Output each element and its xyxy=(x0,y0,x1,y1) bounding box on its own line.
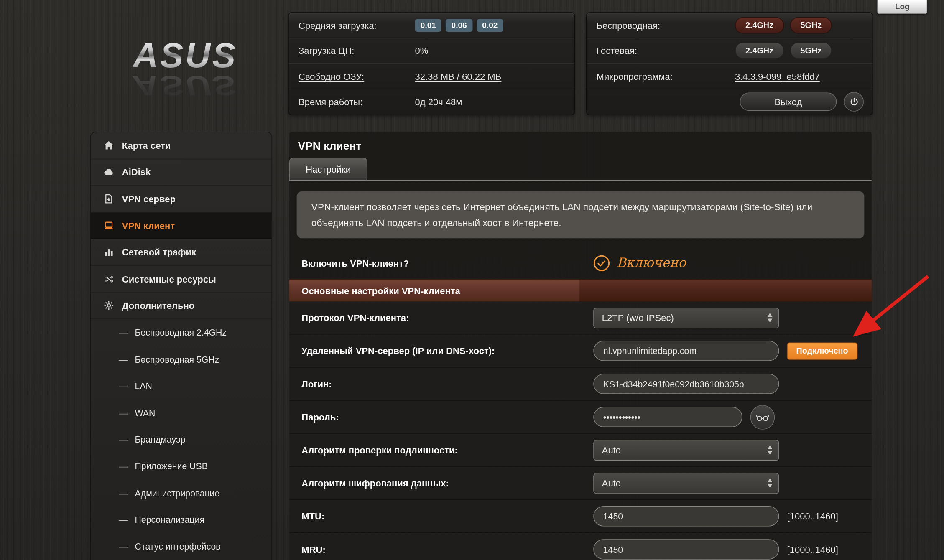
mtu-label: MTU: xyxy=(289,511,593,522)
cipher-algorithm-select[interactable]: Auto xyxy=(593,473,779,494)
asus-logo-text: ASUS xyxy=(118,38,253,73)
cpu-load-value[interactable]: 0% xyxy=(415,46,429,56)
cipher-algorithm-row: Алгоритм шифрования данных: Auto xyxy=(289,467,872,500)
sidebar-subitem-label: WAN xyxy=(135,408,156,417)
radio-panel: Беспроводная: 2.4GHz 5GHz Гостевая: 2.4G… xyxy=(586,12,873,115)
glasses-icon xyxy=(756,413,769,422)
load-badge-1min: 0.01 xyxy=(415,19,442,32)
sidebar-item-aidisk[interactable]: AiDisk xyxy=(91,159,272,186)
router-admin-page: Log ASUS ASUS Средняя загрузка: 0.01 0.0… xyxy=(0,0,944,560)
sidebar-subitem-lan[interactable]: LAN xyxy=(91,373,272,400)
wireless-band-5ghz-button[interactable]: 5GHz xyxy=(790,17,832,34)
log-button[interactable]: Log xyxy=(877,0,927,14)
sidebar-subitem-wireless-24[interactable]: Беспроводная 2.4GHz xyxy=(91,319,272,346)
wireless-bands: 2.4GHz 5GHz xyxy=(735,17,832,34)
sidebar-item-system-resources[interactable]: Системные ресурсы xyxy=(91,266,272,293)
auth-algorithm-select[interactable]: Auto xyxy=(593,440,779,461)
protocol-label: Протокол VPN-клиента: xyxy=(289,313,593,323)
sidebar-item-vpn-client[interactable]: VPN клиент xyxy=(91,212,272,239)
enable-vpn-label: Включить VPN-клиент? xyxy=(289,258,593,268)
traffic-icon xyxy=(103,247,114,257)
vpn-client-panel: VPN клиент Настройки VPN-клиент позволяе… xyxy=(289,132,872,560)
reboot-button[interactable] xyxy=(844,92,864,112)
sidebar-subitem-label: Беспроводная 2.4GHz xyxy=(135,328,227,337)
mru-row: MRU: [1000..1460] xyxy=(289,533,872,560)
sidebar-item-label: VPN клиент xyxy=(122,220,175,231)
vpn-client-icon xyxy=(103,220,114,231)
sidebar-subitem-usb-app[interactable]: Приложение USB xyxy=(91,453,272,480)
cipher-algorithm-select-value: Auto xyxy=(602,478,621,489)
vpn-server-icon xyxy=(103,193,114,204)
show-password-button[interactable] xyxy=(750,405,775,430)
sidebar-subitem-label: Администрирование xyxy=(135,488,220,498)
sidebar-subitem-administration[interactable]: Администрирование xyxy=(91,480,272,507)
mru-label: MRU: xyxy=(289,544,593,555)
vpn-enabled-toggle[interactable]: Включено xyxy=(593,255,686,271)
sidebar-subitem-label: Статус интерфейсов xyxy=(135,542,221,551)
mtu-range-hint: [1000..1460] xyxy=(787,511,838,522)
wireless-band-24ghz-button[interactable]: 2.4GHz xyxy=(735,17,784,34)
protocol-select-value: L2TP (w/o IPSec) xyxy=(602,313,674,323)
sidebar-item-network-traffic[interactable]: Сетевой трафик xyxy=(91,239,272,266)
load-badge-15min: 0.02 xyxy=(477,19,503,32)
gear-icon xyxy=(103,300,114,311)
enable-vpn-row: Включить VPN-клиент? Включено xyxy=(289,247,872,279)
guest-row: Гостевая: 2.4GHz 5GHz xyxy=(587,38,872,64)
logout-row: Выход xyxy=(587,89,872,115)
sidebar-item-advanced[interactable]: Дополнительно xyxy=(91,293,272,319)
sidebar-subitem-wireless-5[interactable]: Беспроводная 5GHz xyxy=(91,346,272,373)
home-icon xyxy=(103,140,114,151)
connected-status-button[interactable]: Подключено xyxy=(787,342,857,359)
sidebar-item-label: AiDisk xyxy=(122,167,151,177)
login-row: Логин: xyxy=(289,368,872,401)
password-row: Пароль: xyxy=(289,401,872,434)
guest-band-24ghz-button[interactable]: 2.4GHz xyxy=(735,43,784,59)
tab-settings[interactable]: Настройки xyxy=(289,158,367,180)
sidebar-item-vpn-server[interactable]: VPN сервер xyxy=(91,186,272,213)
page-title: VPN клиент xyxy=(289,132,872,158)
asus-logo-reflection: ASUS xyxy=(118,71,253,99)
cpu-load-link[interactable]: Загрузка ЦП: xyxy=(299,46,415,56)
remote-server-row: Удаленный VPN-сервер (IP или DNS-хост): … xyxy=(289,335,872,368)
sidebar-subitem-firewall[interactable]: Брандмауэр xyxy=(91,426,272,453)
auth-algorithm-row: Алгоритм проверки подлинности: Auto xyxy=(289,434,872,467)
mtu-input[interactable] xyxy=(593,506,779,526)
free-ram-value[interactable]: 32.38 MB / 60.22 MB xyxy=(415,71,502,81)
login-input[interactable] xyxy=(593,374,779,394)
uptime-row: Время работы: 0д 20ч 48м xyxy=(289,89,574,115)
remote-server-label: Удаленный VPN-сервер (IP или DNS-хост): xyxy=(289,346,593,356)
free-ram-row: Свободно ОЗУ: 32.38 MB / 60.22 MB xyxy=(289,64,574,89)
mtu-row: MTU: [1000..1460] xyxy=(289,500,872,533)
load-badge-5min: 0.06 xyxy=(446,19,472,32)
protocol-select[interactable]: L2TP (w/o IPSec) xyxy=(593,307,779,328)
protocol-row: Протокол VPN-клиента: L2TP (w/o IPSec) xyxy=(289,302,872,335)
firmware-version-link[interactable]: 3.4.3.9-099_e58fdd7 xyxy=(735,71,820,81)
sidebar-item-label: Системные ресурсы xyxy=(122,274,216,284)
wireless-label: Беспроводная: xyxy=(597,20,735,31)
asus-logo: ASUS ASUS xyxy=(118,38,253,103)
select-spinner-icon xyxy=(763,479,772,488)
sidebar-subitem-wan[interactable]: WAN xyxy=(91,400,272,426)
mru-input[interactable] xyxy=(593,539,779,559)
sidebar-subitem-label: Приложение USB xyxy=(135,461,208,471)
guest-bands: 2.4GHz 5GHz xyxy=(735,43,832,59)
sidebar-item-label: VPN сервер xyxy=(122,193,176,204)
sidebar-subitem-personalization[interactable]: Персонализация xyxy=(91,507,272,533)
logout-button[interactable]: Выход xyxy=(740,93,837,111)
free-ram-link[interactable]: Свободно ОЗУ: xyxy=(299,71,415,81)
guest-band-5ghz-button[interactable]: 5GHz xyxy=(790,43,832,59)
cloud-icon xyxy=(103,167,114,178)
section-header-basic-settings: Основные настройки VPN-клиента xyxy=(289,279,872,301)
power-icon xyxy=(849,97,859,107)
select-spinner-icon xyxy=(763,313,772,322)
remote-server-input[interactable] xyxy=(593,341,779,361)
cipher-algorithm-label: Алгоритм шифрования данных: xyxy=(289,478,593,489)
auth-algorithm-label: Алгоритм проверки подлинности: xyxy=(289,445,593,456)
wireless-row: Беспроводная: 2.4GHz 5GHz xyxy=(587,13,872,38)
sidebar-item-network-map[interactable]: Карта сети xyxy=(91,132,272,159)
password-input[interactable] xyxy=(593,407,742,427)
avg-load-label: Средняя загрузка: xyxy=(299,20,415,31)
tabs-bar: Настройки xyxy=(289,158,872,181)
sidebar-subitem-interface-status[interactable]: Статус интерфейсов xyxy=(91,533,272,560)
system-status-panel: Средняя загрузка: 0.01 0.06 0.02 Загрузк… xyxy=(288,12,575,115)
